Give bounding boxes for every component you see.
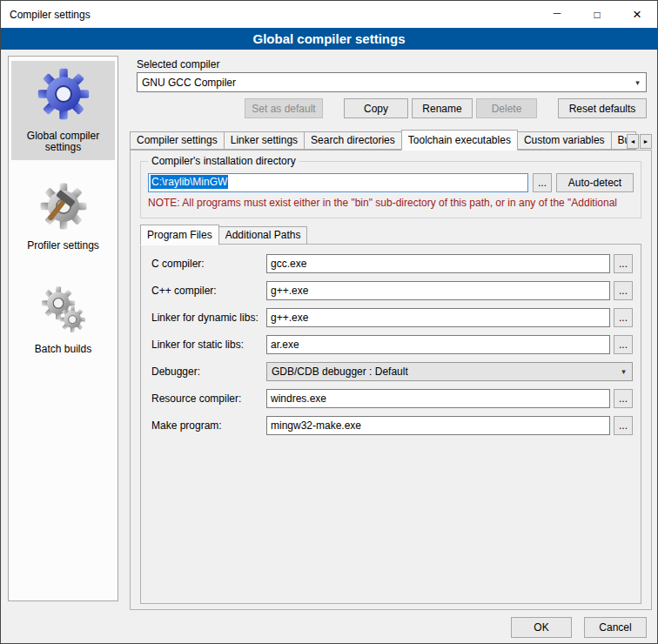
linker-dynamic-label: Linker for dynamic libs:	[151, 312, 266, 324]
blue-gear-icon	[36, 66, 91, 122]
make-program-label: Make program:	[151, 419, 266, 432]
installation-directory-browse-button[interactable]: ...	[533, 173, 552, 192]
tab-scroll-right-button[interactable]: ►	[640, 134, 652, 149]
make-program-browse-button[interactable]: ...	[614, 416, 633, 435]
c-compiler-browse-button[interactable]: ...	[614, 254, 633, 273]
c-compiler-input[interactable]	[266, 254, 610, 273]
minimize-icon: ─	[554, 7, 561, 19]
make-program-input[interactable]	[266, 416, 610, 435]
window-title: Compiler settings	[1, 9, 91, 21]
copy-button[interactable]: Copy	[344, 98, 408, 118]
rename-button[interactable]: Rename	[412, 98, 473, 118]
chevron-down-icon: ▾	[629, 73, 646, 91]
linker-static-label: Linker for static libs:	[151, 339, 266, 351]
tab-search-directories[interactable]: Search directories	[304, 131, 402, 150]
cpp-compiler-input[interactable]	[266, 281, 610, 300]
maximize-icon: □	[594, 9, 600, 21]
program-files-tabbar: Program Files Additional Paths	[140, 225, 306, 245]
maximize-button[interactable]: □	[577, 1, 617, 28]
subtab-additional-paths[interactable]: Additional Paths	[218, 226, 308, 245]
form-row: C++ compiler: ...	[151, 281, 633, 300]
linker-dynamic-input[interactable]	[266, 308, 610, 327]
sidebar-item-global-compiler-settings[interactable]: Global compiler settings	[11, 61, 115, 160]
form-row: C compiler: ...	[151, 254, 633, 273]
minimize-button[interactable]: ─	[537, 1, 577, 28]
titlebar: Compiler settings ─ □ ×	[1, 1, 657, 28]
installation-directory-input[interactable]: C:\raylib\MinGW	[148, 173, 528, 192]
ok-button[interactable]: OK	[511, 617, 572, 638]
tab-linker-settings[interactable]: Linker settings	[224, 131, 305, 150]
resource-compiler-label: Resource compiler:	[151, 392, 266, 405]
selected-compiler-label: Selected compiler	[137, 58, 219, 70]
resource-compiler-browse-button[interactable]: ...	[614, 389, 633, 408]
cpp-compiler-label: C++ compiler:	[151, 285, 266, 297]
tab-compiler-settings[interactable]: Compiler settings	[130, 131, 225, 150]
sidebar-item-label: Batch builds	[13, 344, 113, 355]
sidebar: Global compiler settings Profiler settin…	[8, 56, 118, 601]
settings-tabbar: Compiler settings Linker settings Search…	[130, 130, 635, 150]
compiler-select[interactable]: GNU GCC Compiler ▾	[137, 72, 647, 92]
cancel-button[interactable]: Cancel	[584, 617, 647, 638]
tab-custom-variables[interactable]: Custom variables	[517, 131, 612, 150]
installation-directory-groupbox: Compiler's installation directory C:\ray…	[140, 161, 641, 218]
chevron-down-icon: ▾	[615, 363, 632, 380]
debugger-select-value: GDB/CDB debugger : Default	[272, 366, 408, 378]
sidebar-item-label: Global compiler settings	[13, 131, 113, 153]
compiler-settings-window: Compiler settings ─ □ × Global compiler …	[0, 0, 658, 644]
tab-scroll-left-button[interactable]: ◄	[627, 134, 639, 149]
sidebar-item-label: Profiler settings	[13, 240, 113, 252]
arrow-right-icon: ►	[643, 138, 649, 144]
delete-button[interactable]: Delete	[476, 98, 537, 118]
arrow-left-icon: ◄	[630, 138, 636, 144]
form-row: Linker for dynamic libs: ...	[151, 308, 633, 327]
close-icon: ×	[633, 6, 641, 23]
installation-directory-group-title: Compiler's installation directory	[148, 155, 299, 167]
debugger-label: Debugger:	[151, 366, 266, 378]
installation-directory-value: C:\raylib\MinGW	[151, 175, 228, 189]
program-files-panel: C compiler: ... C++ compiler: ... Linker…	[140, 244, 641, 604]
auto-detect-button[interactable]: Auto-detect	[556, 173, 634, 192]
reset-defaults-button[interactable]: Reset defaults	[558, 98, 647, 118]
linker-static-browse-button[interactable]: ...	[614, 335, 633, 354]
c-compiler-label: C compiler:	[151, 258, 266, 270]
resource-compiler-input[interactable]	[266, 389, 610, 408]
caption-buttons: ─ □ ×	[537, 1, 657, 28]
set-as-default-button[interactable]: Set as default	[245, 98, 323, 118]
sidebar-item-batch-builds[interactable]: Batch builds	[11, 279, 115, 362]
page-title: Global compiler settings	[1, 28, 657, 50]
cpp-compiler-browse-button[interactable]: ...	[614, 281, 633, 300]
form-row: Make program: ...	[151, 416, 633, 435]
bin-subdirectory-note: NOTE: All programs must exist either in …	[148, 197, 634, 209]
form-row: Debugger: GDB/CDB debugger : Default ▾	[151, 362, 633, 381]
form-row: Linker for static libs: ...	[151, 335, 633, 354]
linker-static-input[interactable]	[266, 335, 610, 354]
toolchain-executables-panel: Compiler's installation directory C:\ray…	[130, 150, 652, 610]
tab-toolchain-executables[interactable]: Toolchain executables	[401, 130, 518, 151]
subtab-program-files[interactable]: Program Files	[140, 225, 219, 245]
compiler-select-value: GNU GCC Compiler	[142, 77, 236, 89]
batch-builds-gears-icon	[38, 285, 89, 335]
linker-dynamic-browse-button[interactable]: ...	[614, 308, 633, 327]
debugger-select[interactable]: GDB/CDB debugger : Default ▾	[266, 362, 633, 381]
profiler-gear-hammer-icon	[38, 181, 89, 231]
close-button[interactable]: ×	[617, 1, 657, 28]
sidebar-item-profiler-settings[interactable]: Profiler settings	[11, 176, 115, 258]
form-row: Resource compiler: ...	[151, 389, 633, 408]
